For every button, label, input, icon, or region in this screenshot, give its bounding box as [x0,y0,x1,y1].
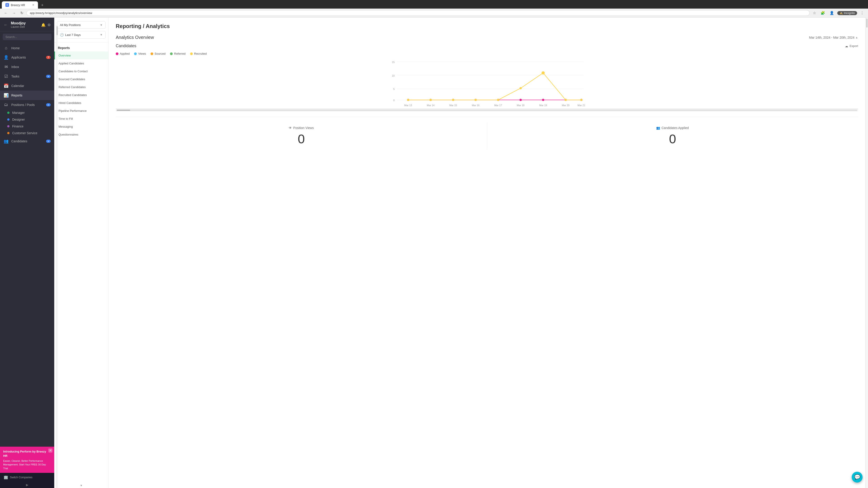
extensions-button[interactable]: 🧩 [819,10,827,16]
sidebar-item-finance[interactable]: Finance [0,123,54,130]
sidebar-item-calendar[interactable]: 📅 Calendar [0,81,54,91]
nav-label-reports: Reports [11,94,51,97]
recruited-legend-label: Recruited [194,52,207,55]
candidates-applied-icon: 👥 [656,126,660,130]
applied-dot-mar18 [520,99,522,101]
position-filter-dropdown[interactable]: All My Positions ▼ [57,21,105,29]
x-label-mar19: Mar 19 [539,104,547,107]
report-nav-contact[interactable]: Candidates to Contact [54,67,108,75]
scroll-thumb [117,109,130,111]
stats-row: 👁 Position Views 0 👥 Candidates Applied … [116,117,858,150]
switch-icon: 🏢 [4,475,8,480]
overview-section-title: Analytics Overview [116,35,154,40]
candidates-section: Candidates ☁ Export Applied [116,43,858,150]
legend-applied: Applied [116,52,129,55]
search-input[interactable] [3,34,52,40]
settings-icon[interactable]: ⚙ [48,23,51,27]
report-nav-timetofill[interactable]: Time to Fill [54,115,108,123]
export-button[interactable]: ☁ Export [845,44,858,48]
switch-companies[interactable]: 🏢 Switch Companies [0,473,54,482]
sidebar-item-applicants[interactable]: 👤 Applicants 7 [0,53,54,62]
profile-button[interactable]: 👤 [828,10,835,16]
notification-icon[interactable]: 🔔 [41,23,46,27]
applied-legend-label: Applied [120,52,129,55]
report-nav-referred[interactable]: Referred Candidates [54,83,108,91]
home-icon: ⌂ [4,46,8,51]
sidebar-item-designer[interactable]: Designer [0,116,54,123]
chat-widget[interactable]: 💬 [852,472,863,483]
sidebar-search [0,31,54,42]
stat-candidates-applied-value: 0 [491,131,855,146]
candidates-applied-text: Candidates Applied [661,126,689,130]
views-legend-label: Views [138,52,146,55]
forward-button[interactable]: → [11,10,17,16]
applicants-icon: 👤 [4,55,8,60]
sidebar-item-customer-service[interactable]: Customer Service [0,130,54,136]
recruited-dot-mar20 [564,99,567,101]
report-nav-hired[interactable]: Hired Candidates [54,99,108,107]
sidebar-item-home[interactable]: ⌂ Home [0,43,54,53]
legend-recruited: Recruited [190,52,207,55]
views-legend-dot [134,53,137,55]
candidates-icon: 👥 [4,139,8,144]
right-scrollbar[interactable] [865,18,868,488]
browser-toolbar: ← → ↻ app.breezy.hr/app/c/moodjoy/analyt… [0,8,868,18]
positions-icon: 🗂 [4,102,8,107]
stat-position-views-value: 0 [119,131,483,146]
nav-label-tasks: Tasks [11,74,43,78]
chart-horizontal-scrollbar[interactable] [116,109,858,111]
promo-close-button[interactable]: ✕ [49,449,53,453]
report-nav-sourced[interactable]: Sourced Candidates [54,75,108,83]
reports-nav-scroll: All My Positions ▼ 🕐 Last 7 Days ▼ Repor… [54,18,108,483]
sidebar-item-candidates[interactable]: 👥 Candidates + [0,136,54,146]
chart-container: 15 10 5 0 Mar 13 Mar 14 [116,59,858,109]
time-filter-label: Last 7 Days [65,33,98,37]
left-panel-scrollbar[interactable] [56,25,58,488]
export-icon: ☁ [845,44,848,48]
url-bar[interactable]: app.breezy.hr/app/c/moodjoy/analytics/ov… [26,10,810,16]
report-nav-overview[interactable]: Overview [54,52,108,59]
back-button[interactable]: ← [3,10,9,16]
switch-companies-label: Switch Companies [10,476,32,479]
candidates-chart: 15 10 5 0 Mar 13 Mar 14 [116,59,858,108]
x-label-mar18: Mar 18 [517,104,524,107]
sidebar-back-icon[interactable]: ← [4,23,8,27]
report-nav-recruited[interactable]: Recruited Candidates [54,91,108,99]
sidebar-item-tasks[interactable]: ☑ Tasks + [0,72,54,81]
report-nav-questionnaires[interactable]: Questionnaires [54,131,108,138]
browser-tab[interactable]: B Breezy HR ✕ [2,1,38,8]
time-filter-dropdown[interactable]: 🕐 Last 7 Days ▼ [57,31,105,39]
reports-nav-panel: All My Positions ▼ 🕐 Last 7 Days ▼ Repor… [54,18,108,488]
bookmark-button[interactable]: ☆ [811,10,817,16]
sidebar-item-positions[interactable]: 🗂 Positions / Pools + [0,100,54,109]
sourced-legend-dot [151,53,153,55]
recruited-dot-mar17 [497,99,499,101]
sidebar-header: ← Moodjoy Lauren Deli 🔔 ⚙ [0,18,54,31]
sidebar-item-inbox[interactable]: ✉ Inbox [0,62,54,72]
menu-button[interactable]: ⋮ [859,10,865,16]
tab-close-icon[interactable]: ✕ [32,3,34,6]
referred-legend-label: Referred [174,52,186,55]
tab-favicon: B [5,3,9,7]
nav-label-inbox: Inbox [11,65,51,69]
new-tab-button[interactable]: + [39,2,45,8]
date-range: Mar 14th, 2024 - Mar 20th, 2024 ▲ [809,36,858,39]
finance-dot [7,125,9,127]
sidebar: ← Moodjoy Lauren Deli 🔔 ⚙ ⌂ Home 👤 Appli… [0,18,54,488]
recruited-dot-mar15 [452,99,454,101]
sidebar-item-manager[interactable]: Manager [0,109,54,116]
reload-button[interactable]: ↻ [19,10,25,16]
legend-sourced: Sourced [151,52,165,55]
time-filter-arrow: ▼ [100,33,103,36]
sidebar-item-reports[interactable]: 📊 Reports [0,91,54,100]
app-container: ← Moodjoy Lauren Deli 🔔 ⚙ ⌂ Home 👤 Appli… [0,18,868,488]
report-nav-applied[interactable]: Applied Candidates [54,59,108,67]
reports-section-title: Reports [54,42,108,52]
report-nav-messaging[interactable]: Messaging [54,123,108,131]
stat-position-views: 👁 Position Views 0 [116,123,487,150]
sidebar-expand[interactable]: ▶ [0,482,54,488]
report-nav-pipeline[interactable]: Pipeline Performance [54,107,108,115]
date-range-arrow[interactable]: ▲ [855,36,858,39]
tasks-badge: + [46,75,51,78]
candidates-badge: + [46,140,51,143]
